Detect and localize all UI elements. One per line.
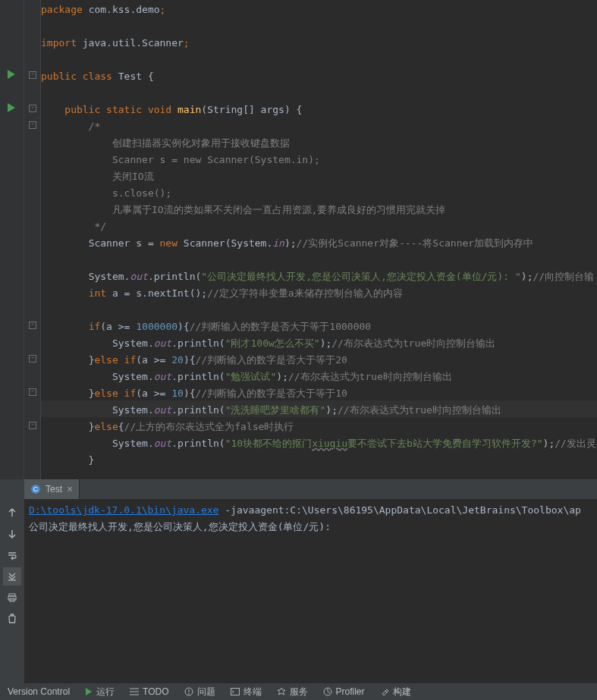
play-icon <box>85 688 93 695</box>
code-line: package com.kss.demo; <box>41 2 165 18</box>
code-line: public class Test { <box>41 68 154 85</box>
build-button[interactable]: 构建 <box>372 683 419 700</box>
code-line: System.out.println("洗洗睡吧梦里啥都有");//布尔表达式为… <box>41 402 501 419</box>
run-class-icon[interactable] <box>8 70 15 79</box>
console-toolbar <box>0 499 24 683</box>
code-line: Scanner s = new Scanner(System.in);//实例化… <box>41 235 533 252</box>
warning-icon <box>184 687 193 696</box>
fold-icon[interactable] <box>29 121 36 129</box>
code-line: s.close(); <box>41 185 171 202</box>
terminal-icon <box>231 688 240 695</box>
scroll-to-end-icon[interactable] <box>3 567 21 585</box>
code-line: System.out.println("公司决定最终找人开发,您是公司决策人,您… <box>41 268 594 285</box>
hammer-icon <box>380 687 389 696</box>
fold-icon[interactable] <box>29 71 36 79</box>
run-method-icon[interactable] <box>8 103 15 112</box>
services-button[interactable]: 服务 <box>269 683 316 700</box>
problems-button[interactable]: 问题 <box>177 683 223 700</box>
code-line: */ <box>41 218 106 235</box>
list-icon <box>130 688 139 695</box>
soft-wrap-icon[interactable] <box>3 546 21 564</box>
fold-icon[interactable] <box>29 105 36 112</box>
svg-point-11 <box>188 693 190 695</box>
fold-icon[interactable] <box>29 355 36 363</box>
console-line: 公司决定最终找人开发,您是公司决策人,您决定投入资金(单位/元): <box>29 519 592 535</box>
profiler-icon <box>323 687 332 696</box>
code-line: }else{//上方的布尔表达式全为false时执行 <box>41 419 294 435</box>
code-line: 创建扫描器实例化对象用于接收键盘数据 <box>41 135 290 152</box>
console-tab-row: C Test × <box>0 479 597 499</box>
code-line: } <box>41 452 94 469</box>
version-control-button[interactable]: Version Control <box>0 683 77 700</box>
run-button[interactable]: 运行 <box>77 683 122 700</box>
code-line: public static void main(String[] args) { <box>41 102 302 118</box>
print-icon[interactable] <box>3 589 21 607</box>
terminal-button[interactable]: 终端 <box>223 683 269 700</box>
code-line: /* <box>41 118 100 135</box>
run-config-tab[interactable]: C Test × <box>24 479 80 499</box>
code-editor[interactable]: package com.kss.demo; import java.util.S… <box>41 0 597 479</box>
code-line: if(a >= 1000000){//判断输入的数字是否大于等于1000000 <box>41 319 371 335</box>
status-bar: Version Control 运行 TODO 问题 终端 服务 Profile… <box>0 683 597 700</box>
svg-text:C: C <box>33 485 39 493</box>
profiler-button[interactable]: Profiler <box>316 683 372 700</box>
code-line: 凡事属于IO流的类如果不关闭会一直占用资源,要养成良好的习惯用完就关掉 <box>41 202 445 218</box>
code-line: int a = s.nextInt();//定义字符串变量a来储存控制台输入的内… <box>41 285 403 302</box>
code-line: }else if(a >= 10){//判断输入的数字是否大于等于10 <box>41 385 347 402</box>
scroll-up-icon[interactable] <box>3 504 21 522</box>
code-line: }else if(a >= 20){//判断输入的数字是否大于等于20 <box>41 352 347 369</box>
fold-icon[interactable] <box>29 388 36 396</box>
code-line: System.out.println("勉强试试");//布尔表达式为true时… <box>41 369 452 385</box>
code-line: System.out.println("刚才100w怎么不买");//布尔表达式… <box>41 335 495 352</box>
tab-label: Test <box>46 484 62 494</box>
fold-icon[interactable] <box>29 322 36 329</box>
class-icon: C <box>30 484 41 494</box>
code-line: import java.util.Scanner; <box>41 35 190 52</box>
scroll-down-icon[interactable] <box>3 525 21 543</box>
code-line: Scanner s = new Scanner(System.in); <box>41 152 320 168</box>
services-icon <box>277 687 286 696</box>
close-tab-icon[interactable]: × <box>67 483 73 495</box>
fold-icon[interactable] <box>29 422 36 429</box>
code-line: 关闭IO流 <box>41 168 154 185</box>
console-panel: C Test × D:\tools\jdk-17.0.1\bin\java.ex… <box>0 479 597 683</box>
jdk-path-link[interactable]: D:\tools\jdk-17.0.1\bin\java.exe <box>29 504 218 516</box>
code-line: System.out.println("10块都不给的抠门xiuqiu要不尝试下… <box>41 435 596 452</box>
console-output[interactable]: D:\tools\jdk-17.0.1\bin\java.exe -javaag… <box>24 499 597 683</box>
todo-button[interactable]: TODO <box>122 683 176 700</box>
clear-icon[interactable] <box>3 610 21 628</box>
svg-rect-12 <box>231 689 239 695</box>
console-line: D:\tools\jdk-17.0.1\bin\java.exe -javaag… <box>29 502 592 519</box>
